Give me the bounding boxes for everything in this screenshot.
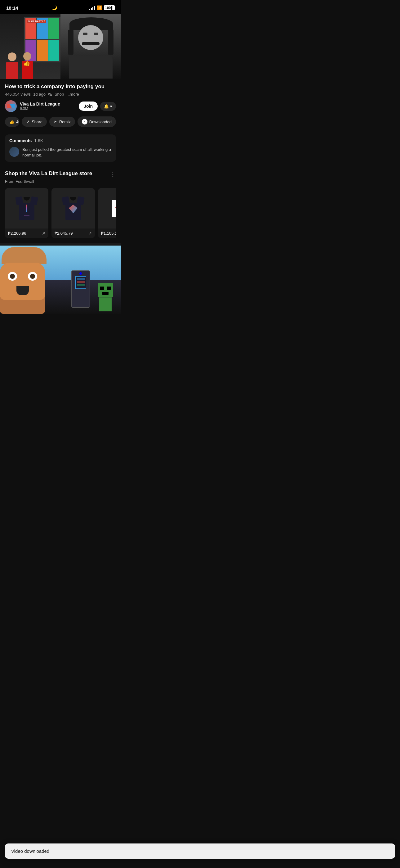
shop-items: ₱2,266.96 ↗ ₱2,045.79 ↗ [5,188,116,238]
like-button[interactable]: 👍 40K [5,117,19,127]
like-icon: 👍 [9,120,14,124]
channel-info: Viva La Dirt League 6.3M [5,100,60,112]
moon-icon: 🌙 [52,5,57,10]
bell-icon: 🔔 [104,104,109,108]
wifi-icon: 📶 [97,5,102,10]
shop-item[interactable]: ₱1,105.28 ↗ [98,188,116,238]
video-info: How to trick a company into paying you 4… [0,79,121,131]
view-count: 446,054 views [5,92,31,97]
shop-item-price: ₱1,105.28 [101,231,116,236]
channel-avatar[interactable] [5,100,17,112]
thumbs-up-icon: 👍 [23,60,30,66]
time-ago: 1d ago [33,92,45,97]
status-icons: 📶 100 ▌ [89,5,115,10]
channel-row: Viva La Dirt League 6.3M Join 🔔 ▾ [5,100,116,112]
comments-label: Comments [9,138,32,143]
video-thumbnail[interactable]: WAR BATTLE [0,14,121,79]
channel-name[interactable]: Viva La Dirt League [20,101,60,106]
video-meta: 446,054 views 1d ago 🛍 Shop ...more [5,92,116,97]
status-bar: 18:14 🌙 📶 100 ▌ [0,0,121,14]
remix-button[interactable]: ✂ Remix [49,117,75,127]
comment-avatar [9,147,19,157]
downloaded-check-icon: ✓ [82,119,88,124]
shop-item[interactable]: ₱2,266.96 ↗ [5,188,48,238]
comment-text: Ben just pulled the greatest scam of all… [22,147,112,158]
shop-meta-icon: 🛍 [48,92,52,97]
shop-source: From Fourthwall [5,179,116,184]
battery-icon: 100 ▌ [104,5,115,10]
signal-icon [89,6,95,10]
share-icon: ↗ [26,119,30,124]
shop-section: Shop the Viva La Dirt League store ⋮ Fro… [0,165,121,243]
more-button[interactable]: ...more [66,92,79,97]
remix-label: Remix [59,120,71,124]
shop-item-price: ₱2,045.79 [55,231,73,236]
external-link-icon: ↗ [42,231,45,236]
like-count: 40K [16,120,19,124]
shop-item-price: ₱2,266.96 [8,231,26,236]
pc-tower [71,270,90,308]
comment-row: Ben just pulled the greatest scam of all… [9,147,112,158]
mug [112,200,116,217]
bell-button[interactable]: 🔔 ▾ [100,102,116,111]
action-row: 👍 40K 👎 ↗ Share ✂ Remix ✓ Downloaded [5,116,116,128]
shop-meta-label: Shop [55,92,64,97]
channel-name-block: Viva La Dirt League 6.3M [20,101,60,111]
tshirt-2 [62,197,84,220]
shop-more-button[interactable]: ⋮ [110,170,116,178]
join-button[interactable]: Join [79,101,98,111]
comments-section[interactable]: Comments 1.6K Ben just pulled the greate… [5,134,116,162]
downloaded-label: Downloaded [89,120,112,124]
share-label: Share [32,120,42,124]
creeper [96,283,115,311]
thumb-right [61,14,121,79]
channel-subscribers: 6.3M [20,106,60,111]
comments-header: Comments 1.6K [9,138,112,143]
comments-count: 1.6K [34,138,43,143]
next-video-face [0,246,62,314]
section-divider [0,243,121,246]
thumb-left: WAR BATTLE [0,14,61,79]
video-title: How to trick a company into paying you [5,83,116,90]
next-video-thumbnail[interactable] [0,246,121,314]
share-button[interactable]: ↗ Share [22,117,47,127]
downloaded-button[interactable]: ✓ Downloaded [77,116,116,127]
remix-icon: ✂ [54,119,57,124]
shop-header: Shop the Viva La Dirt League store ⋮ [5,170,116,178]
channel-actions: Join 🔔 ▾ [79,101,116,111]
status-time: 18:14 [6,5,18,10]
external-link-icon: ↗ [88,231,92,236]
shop-item[interactable]: ₱2,045.79 ↗ [52,188,95,238]
tshirt-1 [16,197,37,220]
like-dislike-group: 👍 40K 👎 [5,117,19,127]
shop-title: Shop the Viva La Dirt League store [5,170,92,177]
bell-chevron: ▾ [110,104,112,108]
